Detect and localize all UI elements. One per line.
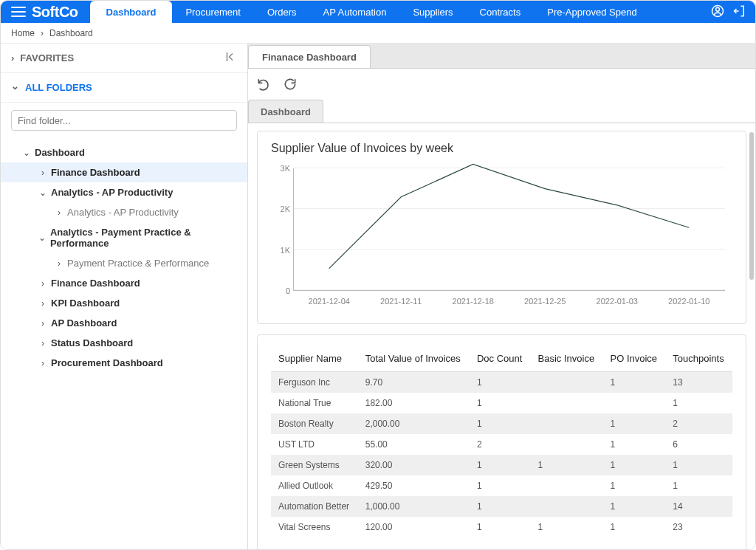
user-icon[interactable] [711,4,724,20]
all-folders-label: ALL FOLDERS [25,82,92,93]
chevron-down-icon: ⌄ [38,188,48,198]
tree-item[interactable]: ⌄Analytics - AP Productivity [1,182,247,202]
content: Finanace Dashboard Dashboard Supplier Va… [248,44,755,549]
table-cell: 1 [470,517,531,537]
hamburger-icon[interactable] [8,1,29,23]
table-header[interactable]: Total Value of Invoices [358,346,470,372]
nav-tab-suppliers[interactable]: Suppliers [399,1,466,23]
table-row[interactable]: Vital Screens120.0011123 [271,517,732,537]
tree-item[interactable]: ›Analytics - AP Productivity [1,202,247,222]
toolbar [248,69,755,100]
tree-item-label: AP Dashboard [51,317,117,329]
tree-item[interactable]: ›Payment Practice & Performance [1,253,247,273]
chevron-right-icon: › [54,207,64,218]
dashboard-subtab[interactable]: Dashboard [248,100,323,123]
table-cell: 1 [531,517,603,537]
table-cell: 1 [531,455,603,475]
y-tick-label: 0 [271,286,290,295]
table-row[interactable]: Automation Better1,000.001114 [271,496,732,517]
x-tick-label: 2021-12-25 [524,297,566,306]
chevron-right-icon: › [38,278,48,289]
table-row[interactable]: National True182.0011 [271,393,732,413]
tree-item[interactable]: ›KPI Dashboard [1,293,247,313]
tree-item[interactable]: ›Status Dashboard [1,333,247,353]
table-cell: Vital Screens [271,517,358,537]
favorites-section[interactable]: FAVORITES [1,44,247,73]
tree-item[interactable]: ⌄Analytics - Payment Practice & Performa… [1,222,247,253]
table-header[interactable]: Touchpoints [665,346,732,372]
table-cell: 1 [603,517,666,537]
nav-tabs: DashboardProcurementOrdersAP AutomationS… [90,1,650,23]
table-row[interactable]: Green Systems320.001111 [271,455,732,475]
breadcrumb-home[interactable]: Home [11,28,35,38]
all-folders-section[interactable]: ALL FOLDERS [1,73,247,103]
table-cell: Boston Realty [271,413,358,434]
chevron-right-icon: › [38,318,48,329]
table-cell [531,475,603,496]
table-cell: 1 [665,455,732,475]
x-tick-label: 2021-12-18 [453,297,494,306]
nav-tab-pre-approved-spend[interactable]: Pre-Approved Spend [534,1,650,23]
brand-logo: SoftCo [29,1,86,23]
y-tick-label: 2K [271,204,290,213]
page-tab[interactable]: Finanace Dashboard [248,45,371,68]
nav-tab-procurement[interactable]: Procurement [172,1,253,23]
chevron-right-icon: › [38,168,48,178]
nav-tab-orders[interactable]: Orders [254,1,310,23]
nav-tab-ap-automation[interactable]: AP Automation [310,1,400,23]
table-row[interactable]: Boston Realty2,000.00112 [271,413,732,434]
table-cell [531,372,603,393]
breadcrumb: Home › Dashboard [1,23,755,44]
dashboard-scroll[interactable]: Supplier Value of Invoices by week 2021-… [248,123,755,549]
supplier-table: Supplier NameTotal Value of InvoicesDoc … [271,346,732,537]
table-row[interactable]: UST LTD55.00216 [271,434,732,455]
tree-item-label: Analytics - Payment Practice & Performan… [50,227,237,249]
x-tick-label: 2022-01-03 [597,297,638,306]
chevron-right-icon: › [38,338,48,348]
table-cell: Allied Outlook [271,475,358,496]
table-header-row: Supplier NameTotal Value of InvoicesDoc … [271,346,732,372]
table-cell: 1 [603,413,666,434]
table-header[interactable]: Basic Invoice [531,346,603,372]
tree-item-label: Status Dashboard [51,337,133,348]
tree-item-label: Dashboard [35,147,85,158]
table-cell: UST LTD [271,434,358,455]
logout-icon[interactable] [733,4,746,20]
find-folder-input[interactable] [11,110,237,131]
refresh-icon[interactable] [282,76,298,92]
table-header[interactable]: Doc Count [470,346,531,372]
tree-item[interactable]: ›Finance Dashboard [1,273,247,293]
table-cell: 13 [665,372,732,393]
nav-tab-dashboard[interactable]: Dashboard [90,1,173,23]
table-cell [531,496,603,517]
tree-item-label: Analytics - AP Productivity [51,187,173,198]
table-row[interactable]: Allied Outlook429.50111 [271,475,732,496]
collapse-sidebar-icon[interactable] [224,50,237,66]
table-cell: 23 [665,517,732,537]
favorites-label: FAVORITES [20,52,74,63]
table-cell: 14 [665,496,732,517]
table-row[interactable]: Ferguson Inc9.701113 [271,372,732,393]
tree-item[interactable]: ›AP Dashboard [1,313,247,333]
tree-item[interactable]: ›Procurement Dashboard [1,353,247,373]
table-cell: 120.00 [358,517,470,537]
tree-item[interactable]: ⌄Dashboard [1,142,247,162]
table-cell: 2 [665,413,732,434]
chevron-down-icon: ⌄ [38,233,47,243]
table-header[interactable]: Supplier Name [271,346,358,372]
undo-icon[interactable] [255,76,272,92]
table-cell: 1 [603,372,666,393]
chart-card: Supplier Value of Invoices by week 2021-… [257,131,746,324]
tree-item[interactable]: ›Finance Dashboard [1,162,247,182]
table-card: Supplier NameTotal Value of InvoicesDoc … [257,334,746,549]
x-tick-label: 2021-12-11 [380,297,422,306]
table-cell: 9.70 [358,372,470,393]
table-cell [531,393,603,413]
table-cell: 1 [603,496,666,517]
nav-tab-contracts[interactable]: Contracts [467,1,535,23]
table-cell: 6 [665,434,732,455]
table-cell: 429.50 [358,475,470,496]
table-header[interactable]: PO Invoice [603,346,666,372]
x-tick-label: 2021-12-04 [309,297,350,306]
chevron-right-icon: › [41,28,44,38]
